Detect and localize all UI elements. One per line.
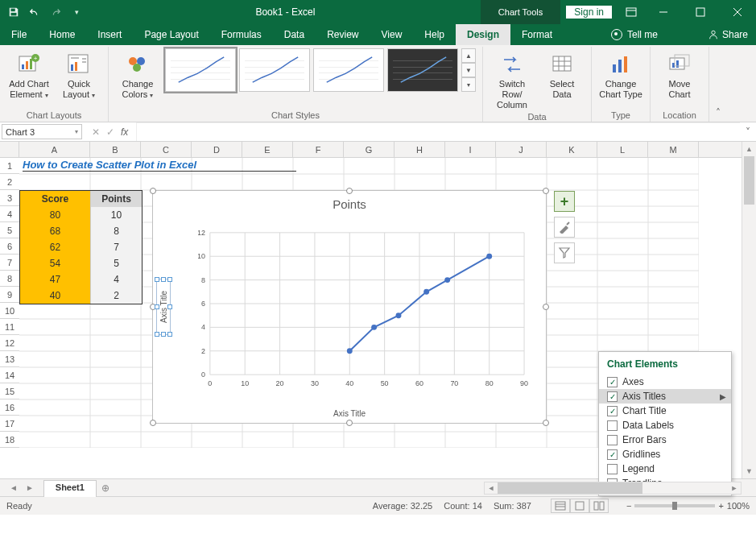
normal-view-icon[interactable] xyxy=(551,499,570,513)
zoom-in-button[interactable]: + xyxy=(718,501,723,511)
col-header[interactable]: C xyxy=(141,142,192,157)
tab-help[interactable]: Help xyxy=(413,24,456,45)
title-cell[interactable]: How to Create Scatter Plot in Excel xyxy=(23,159,280,171)
share-button[interactable]: Share xyxy=(708,29,748,40)
col-header[interactable]: A xyxy=(19,142,90,157)
vertical-scrollbar[interactable]: ▲▼ xyxy=(742,142,756,478)
tab-formulas[interactable]: Formulas xyxy=(210,24,273,45)
row-header[interactable]: 2 xyxy=(0,174,19,190)
tab-home[interactable]: Home xyxy=(38,24,86,45)
close-button[interactable] xyxy=(719,0,756,24)
row-header[interactable]: 16 xyxy=(0,399,19,416)
row-header[interactable]: 15 xyxy=(0,383,19,399)
tab-design[interactable]: Design xyxy=(456,24,510,45)
switch-row-column-button[interactable]: Switch Row/ Column xyxy=(490,48,535,111)
enter-formula-icon[interactable]: ✓ xyxy=(106,126,114,138)
gallery-more[interactable]: ▾ xyxy=(461,77,476,92)
select-all-corner[interactable] xyxy=(0,142,19,158)
tab-file[interactable]: File xyxy=(0,24,38,45)
chart-style-4[interactable] xyxy=(387,48,458,92)
row-header[interactable]: 14 xyxy=(0,367,19,383)
add-chart-element-button[interactable]: + Add Chart Element ▾ xyxy=(6,48,52,100)
col-header[interactable]: F xyxy=(293,142,344,157)
chart-style-3[interactable] xyxy=(313,48,384,92)
col-header[interactable]: D xyxy=(192,142,242,157)
col-header[interactable]: H xyxy=(395,142,445,157)
plot-area[interactable]: 0246810120102030405060708090 xyxy=(198,220,530,386)
row-header[interactable]: 1 xyxy=(0,158,19,174)
flyout-item-error-bars[interactable]: Error Bars xyxy=(599,433,731,447)
undo-icon[interactable] xyxy=(26,3,43,21)
row-header[interactable]: 7 xyxy=(0,255,19,271)
resize-handle[interactable] xyxy=(543,188,549,194)
formula-bar[interactable] xyxy=(136,122,740,141)
sheet-tab[interactable]: Sheet1 xyxy=(43,480,97,497)
sheet-nav-prev[interactable]: ◄ xyxy=(10,483,18,492)
col-header[interactable]: G xyxy=(344,142,395,157)
tellme-field[interactable]: Tell me xyxy=(627,29,658,40)
change-chart-type-button[interactable]: Change Chart Type xyxy=(598,48,643,100)
data-table[interactable]: ScorePoints8010688627545474402 xyxy=(19,190,143,304)
resize-handle[interactable] xyxy=(150,188,156,194)
page-break-view-icon[interactable] xyxy=(589,499,609,513)
minimize-button[interactable] xyxy=(645,0,682,24)
resize-handle[interactable] xyxy=(150,420,156,426)
collapse-ribbon-icon[interactable]: ˄ xyxy=(709,47,727,122)
page-layout-view-icon[interactable] xyxy=(570,499,589,513)
gallery-scroll-up[interactable]: ▲ xyxy=(461,48,476,63)
tab-insert[interactable]: Insert xyxy=(86,24,133,45)
signin-button[interactable]: Sign in xyxy=(565,5,613,19)
flyout-item-chart-title[interactable]: ✓Chart Title xyxy=(599,404,731,418)
row-header[interactable]: 4 xyxy=(0,206,19,222)
row-header[interactable]: 17 xyxy=(0,416,19,432)
horizontal-scrollbar[interactable]: ◄► xyxy=(484,482,742,495)
resize-handle[interactable] xyxy=(346,420,353,426)
zoom-slider[interactable] xyxy=(634,504,715,507)
chart-style-2[interactable] xyxy=(239,48,310,92)
zoom-level[interactable]: 100% xyxy=(727,501,750,511)
row-header[interactable]: 8 xyxy=(0,271,19,287)
expand-formula-bar-icon[interactable]: ˅ xyxy=(740,122,756,141)
col-header[interactable]: B xyxy=(90,142,141,157)
save-icon[interactable] xyxy=(5,3,23,21)
col-header[interactable]: J xyxy=(496,142,547,157)
redo-icon[interactable] xyxy=(47,3,64,21)
row-header[interactable]: 13 xyxy=(0,351,19,367)
col-header[interactable]: M xyxy=(648,142,699,157)
row-header[interactable]: 11 xyxy=(0,319,19,335)
change-colors-button[interactable]: Change Colors ▾ xyxy=(115,48,160,100)
tab-data[interactable]: Data xyxy=(273,24,316,45)
name-box[interactable]: Chart 3▾ xyxy=(2,124,82,139)
flyout-item-data-labels[interactable]: Data Labels xyxy=(599,418,731,433)
tab-review[interactable]: Review xyxy=(316,24,370,45)
maximize-button[interactable] xyxy=(682,0,719,24)
flyout-item-axes[interactable]: ✓Axes xyxy=(599,375,731,389)
tab-page-layout[interactable]: Page Layout xyxy=(133,24,209,45)
col-header[interactable]: I xyxy=(445,142,496,157)
chart-filters-button[interactable] xyxy=(554,242,575,263)
resize-handle[interactable] xyxy=(346,188,353,194)
cancel-formula-icon[interactable]: ✕ xyxy=(92,126,100,138)
y-axis-title[interactable]: Axis Title xyxy=(156,279,171,335)
resize-handle[interactable] xyxy=(543,304,549,310)
row-header[interactable]: 3 xyxy=(0,190,19,206)
chart-object[interactable]: Points Axis Title 0246810120102030405060… xyxy=(152,190,547,424)
row-header[interactable]: 6 xyxy=(0,238,19,255)
quick-layout-button[interactable]: Quick Layout ▾ xyxy=(56,48,101,100)
col-header[interactable]: E xyxy=(242,142,293,157)
row-header[interactable]: 9 xyxy=(0,287,19,303)
zoom-out-button[interactable]: − xyxy=(626,501,631,511)
qat-customize-icon[interactable]: ▾ xyxy=(68,3,85,21)
tab-view[interactable]: View xyxy=(370,24,414,45)
gallery-scroll-down[interactable]: ▼ xyxy=(461,63,476,77)
insert-function-icon[interactable]: fx xyxy=(121,126,128,138)
chart-style-1[interactable] xyxy=(165,48,236,92)
flyout-item-legend[interactable]: Legend xyxy=(599,462,731,476)
move-chart-button[interactable]: Move Chart xyxy=(657,48,702,100)
chart-styles-button[interactable] xyxy=(554,217,575,238)
x-axis-title[interactable]: Axis Title xyxy=(153,409,546,418)
col-header[interactable]: L xyxy=(597,142,648,157)
new-sheet-button[interactable]: ⊕ xyxy=(97,479,114,496)
ribbon-display-options-icon[interactable] xyxy=(618,7,645,17)
resize-handle[interactable] xyxy=(543,420,549,426)
